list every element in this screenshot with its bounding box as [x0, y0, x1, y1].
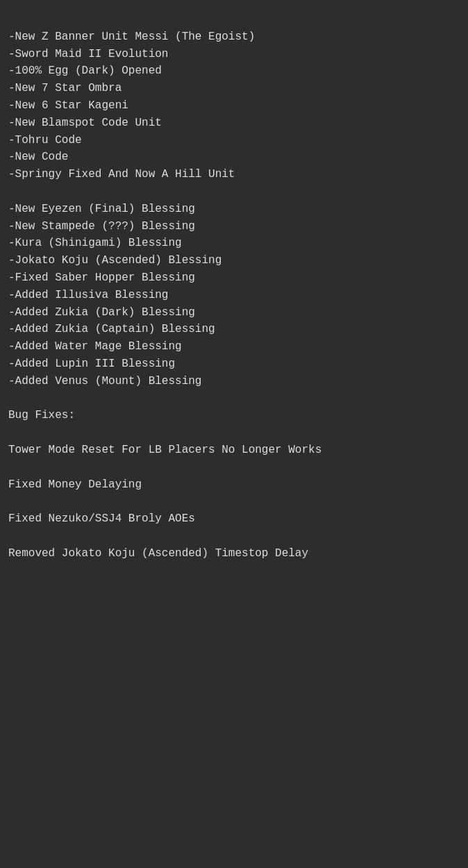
content-line: -Jokato Koju (Ascended) Blessing	[8, 252, 460, 269]
content-line: Fixed Money Delaying	[8, 476, 460, 494]
content-line: -New 7 Star Ombra	[8, 80, 460, 97]
empty-line	[8, 424, 460, 442]
content-line: Fixed Nezuko/SSJ4 Broly AOEs	[8, 510, 460, 528]
content-line: -Added Illusiva Blessing	[8, 287, 460, 304]
content-line: -Added Lupin III Blessing	[8, 356, 460, 373]
empty-line	[8, 459, 460, 476]
content-line: -Added Zukia (Captain) Blessing	[8, 321, 460, 338]
content-line: -New Eyezen (Final) Blessing	[8, 201, 460, 218]
content-line: -Added Venus (Mount) Blessing	[8, 373, 460, 390]
content-line: -Kura (Shinigami) Blessing	[8, 235, 460, 252]
empty-line	[8, 493, 460, 510]
content-line: -Tohru Code	[8, 132, 460, 149]
main-content: -New Z Banner Unit Messi (The Egoist)-Sw…	[0, 0, 468, 574]
content-line: -100% Egg (Dark) Opened	[8, 62, 460, 80]
empty-line	[8, 183, 460, 201]
content-line: -Springy Fixed And Now A Hill Unit	[8, 166, 460, 183]
content-line: -Sword Maid II Evolution	[8, 46, 460, 63]
content-line: -New 6 Star Kageni	[8, 97, 460, 115]
content-line: Removed Jokato Koju (Ascended) Timestop …	[8, 545, 460, 562]
content-line: -New Z Banner Unit Messi (The Egoist)	[8, 28, 460, 46]
content-line: -New Blamspot Code Unit	[8, 115, 460, 132]
empty-line	[8, 390, 460, 408]
content-line: -New Code	[8, 149, 460, 166]
content-line: -Fixed Saber Hopper Blessing	[8, 269, 460, 287]
content-line: Tower Mode Reset For LB Placers No Longe…	[8, 442, 460, 459]
content-line: -Added Water Mage Blessing	[8, 338, 460, 356]
empty-line	[8, 528, 460, 545]
content-line: -New Stampede (???) Blessing	[8, 218, 460, 235]
content-line: -Added Zukia (Dark) Blessing	[8, 304, 460, 322]
content-line: Bug Fixes:	[8, 407, 460, 424]
